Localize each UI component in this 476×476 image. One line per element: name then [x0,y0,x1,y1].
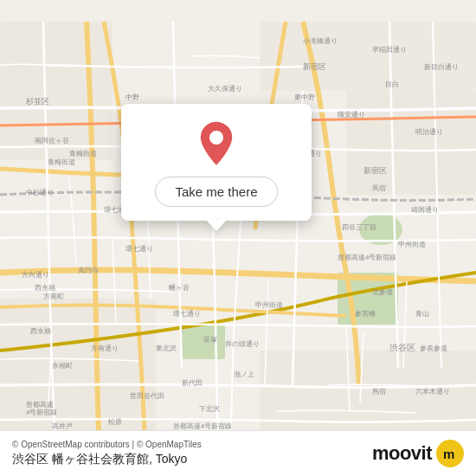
svg-text:中杉通り: 中杉通り [26,189,54,196]
svg-text:南阿佐ヶ谷: 南阿佐ヶ谷 [35,137,69,145]
svg-text:青梅街道: 青梅街道 [69,150,97,158]
popup-card: Take me there [121,104,312,221]
svg-text:西永福: 西永福 [30,327,51,335]
svg-text:方南町: 方南町 [43,293,64,300]
location-name: 渋谷区 幡ヶ谷社会教育館, Tokyo [12,452,202,467]
svg-rect-5 [260,22,476,91]
svg-text:新目白通り: 新目白通り [424,63,459,71]
moovit-icon: m [436,440,464,467]
svg-text:高円寺: 高円寺 [78,267,99,274]
svg-text:下北沢: 下北沢 [199,405,220,413]
svg-text:首都高速4号新宿線: 首都高速4号新宿線 [173,422,232,430]
svg-text:明治通り: 明治通り [415,128,443,136]
svg-text:井の頭通り: 井の頭通り [225,340,260,348]
svg-text:環七通り: 環七通り [125,245,153,253]
map-svg: 杉並区 中杉通り 環七通り 環七通り 新宿区 新宿区 渋谷区 西永福 永福町 首… [0,0,476,476]
svg-text:靖国通り: 靖国通り [411,206,439,214]
svg-text:甲州街道: 甲州街道 [398,241,426,248]
svg-text:目白: 目白 [385,80,399,88]
svg-text:四谷三丁目: 四谷三丁目 [342,223,376,231]
svg-text:小滝橋通り: 小滝橋通り [303,37,338,45]
svg-text:参表参道: 参表参道 [420,344,447,352]
take-me-there-button[interactable]: Take me there [155,177,277,207]
svg-text:首都高速4号新宿線: 首都高速4号新宿線 [338,254,396,261]
svg-rect-6 [346,91,476,195]
svg-text:東北沢: 東北沢 [156,344,177,352]
moovit-m-icon: m [441,445,459,462]
svg-text:世田谷代田: 世田谷代田 [130,392,164,400]
svg-text:大久保通り: 大久保通り [208,85,242,93]
moovit-brand-text: moovit [372,442,432,465]
svg-text:松原: 松原 [108,418,122,426]
attribution-text: © OpenStreetMap contributors | © OpenMap… [12,440,202,449]
svg-text:4号新宿線: 4号新宿線 [26,408,57,416]
svg-point-70 [209,131,223,145]
svg-text:馬宿: 馬宿 [371,184,386,192]
svg-text:新宿区: 新宿区 [303,62,326,71]
svg-text:永福町: 永福町 [52,362,73,370]
svg-text:杉並区: 杉並区 [25,97,49,106]
svg-text:高井戸: 高井戸 [52,422,73,430]
svg-text:m: m [443,447,454,461]
map-pin-icon [196,119,237,168]
svg-text:首都高速: 首都高速 [26,401,54,408]
svg-text:北参道: 北参道 [372,288,393,296]
svg-text:青梅街道: 青梅街道 [48,158,75,166]
svg-text:笹塚: 笹塚 [203,336,217,344]
svg-text:方南通り: 方南通り [91,344,119,352]
svg-text:中野: 中野 [125,93,139,101]
svg-text:西永福: 西永福 [35,284,55,292]
svg-text:方向通り: 方向通り [22,271,49,279]
bottom-bar: © OpenStreetMap contributors | © OpenMap… [0,430,476,476]
svg-text:東中野: 東中野 [294,93,315,101]
svg-text:職安通り: 職安通り [338,111,365,119]
svg-text:青山: 青山 [415,310,429,318]
bottom-left-info: © OpenStreetMap contributors | © OpenMap… [12,440,202,467]
svg-text:新代田: 新代田 [182,379,203,387]
svg-text:参宮橋: 参宮橋 [355,310,376,318]
svg-text:幡ヶ谷: 幡ヶ谷 [169,284,190,292]
map-container: 杉並区 中杉通り 環七通り 環七通り 新宿区 新宿区 渋谷区 西永福 永福町 首… [0,0,476,476]
svg-text:環七通り: 環七通り [173,310,201,318]
moovit-logo: moovit m [372,440,464,467]
svg-text:新宿区: 新宿区 [363,166,387,175]
svg-text:渋谷区: 渋谷区 [389,343,415,352]
svg-text:甲州街道: 甲州街道 [255,301,283,309]
svg-text:早稲田通り: 早稲田通り [372,46,407,54]
svg-text:馬宿: 馬宿 [371,388,386,396]
svg-text:池ノ上: 池ノ上 [234,370,254,378]
svg-text:六本木通り: 六本木通り [415,388,450,396]
